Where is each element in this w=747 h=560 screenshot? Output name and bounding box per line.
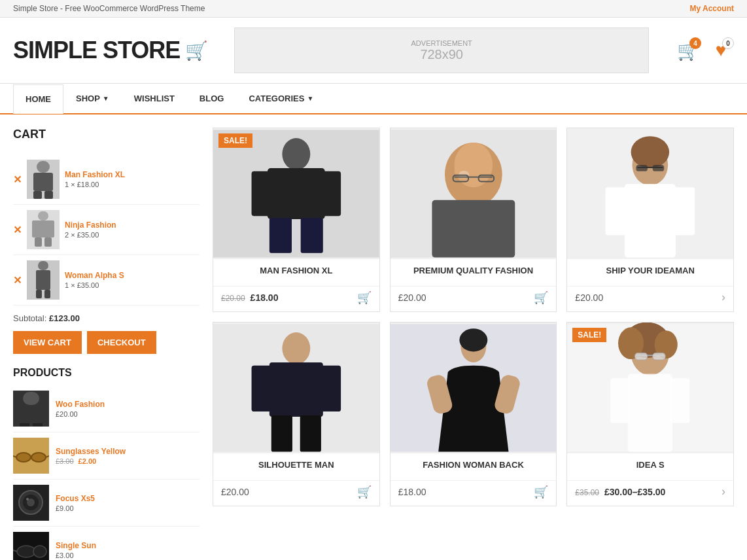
- svg-rect-30: [268, 168, 325, 219]
- ad-banner: ADVERTISEMENT 728x90: [234, 27, 649, 73]
- nav-item-home[interactable]: HOME: [13, 84, 63, 114]
- grid-item-man-fashion-xl[interactable]: SALE! MAN FASHION XL: [213, 128, 380, 312]
- svg-rect-6: [35, 237, 42, 247]
- idea-s-sale-badge: SALE!: [572, 328, 606, 342]
- svg-rect-1: [33, 173, 53, 191]
- single-sun-name[interactable]: Single Sun: [56, 541, 200, 550]
- focus-xs5-info: Focus Xs5 £9.00: [56, 494, 200, 512]
- remove-item-1-button[interactable]: ✕: [13, 173, 22, 186]
- svg-point-29: [282, 138, 310, 170]
- cart-item: ✕ Woman Alpha S 1 × £35.00: [13, 255, 200, 306]
- wishlist-badge: 0: [722, 37, 734, 49]
- focus-xs5-thumbnail: [13, 485, 49, 521]
- logo-text: SIMPLE STORE: [13, 37, 180, 64]
- grid-item-silhouette-man[interactable]: SILHOUETTE MAN £20.00 🛒: [213, 322, 380, 506]
- idea-s-more[interactable]: ›: [721, 485, 725, 499]
- man-fashion-xl-name: MAN FASHION XL: [221, 266, 372, 275]
- svg-point-46: [631, 136, 670, 168]
- fashion-woman-back-name: FASHION WOMAN BACK: [398, 460, 549, 470]
- ship-ideaman-name: SHIP YOUR IDEAMAN: [575, 266, 725, 275]
- remove-item-3-button[interactable]: ✕: [13, 274, 22, 287]
- cart-item-1-image: [27, 160, 60, 199]
- svg-rect-15: [33, 423, 43, 427]
- grid-item-fashion-woman-back[interactable]: FASHION WOMAN BACK £18.00 🛒: [390, 322, 557, 506]
- man-fashion-xl-add-to-cart[interactable]: 🛒: [357, 290, 372, 305]
- premium-quality-price: £20.00: [398, 292, 426, 303]
- svg-rect-58: [271, 415, 292, 452]
- svg-rect-9: [36, 270, 50, 290]
- svg-point-62: [459, 328, 487, 351]
- nav-item-wishlist[interactable]: WISHLIST: [122, 84, 187, 113]
- cart-icon-button[interactable]: 🛒 4: [675, 37, 701, 63]
- wishlist-icon-button[interactable]: ♥ 0: [708, 37, 734, 63]
- idea-s-info: IDEA S: [567, 453, 733, 480]
- idea-s-old-price: £35.00: [575, 488, 599, 497]
- svg-point-17: [31, 453, 46, 462]
- svg-point-24: [26, 498, 29, 500]
- cart-item-1-thumbnail: [27, 160, 60, 199]
- view-cart-button[interactable]: View Cart: [13, 331, 82, 354]
- cart-item: ✕ Ninja Fashion 2 × £35.00: [13, 205, 200, 255]
- silhouette-man-add-to-cart[interactable]: 🛒: [357, 485, 372, 499]
- grid-item-idea-s[interactable]: SALE!: [566, 322, 734, 506]
- my-account-link[interactable]: My Account: [689, 4, 734, 13]
- nav-item-categories[interactable]: CATEGORIES ▼: [236, 84, 326, 113]
- cart-item-3-qty: 1 × £35.00: [65, 281, 200, 289]
- grid-item-ship-ideaman[interactable]: SHIP YOUR IDEAMAN £20.00 ›: [566, 128, 734, 312]
- cart-item-3-name[interactable]: Woman Alpha S: [65, 271, 200, 280]
- silhouette-man-name: SILHOUETTE MAN: [221, 460, 372, 470]
- shop-dropdown-arrow: ▼: [103, 95, 109, 102]
- nav-item-shop[interactable]: SHOP ▼: [63, 84, 122, 113]
- premium-quality-add-to-cart[interactable]: 🛒: [534, 290, 548, 305]
- logo[interactable]: SIMPLE STORE 🛒: [13, 37, 208, 64]
- cart-buttons: View Cart Checkout: [13, 331, 200, 354]
- sidebar-product-item: Single Sun £3.00: [13, 527, 200, 560]
- products-title: PRODUCTS: [13, 367, 200, 379]
- cart-item-2-image: [27, 210, 60, 249]
- svg-rect-0: [37, 161, 50, 173]
- fashion-woman-back-image: [391, 323, 557, 453]
- cart-item-3-info: Woman Alpha S 1 × £35.00: [65, 271, 200, 289]
- idea-s-image: SALE!: [567, 323, 733, 453]
- cart-item-3-image: [27, 260, 60, 300]
- cart-item-3-thumbnail: [27, 260, 60, 300]
- svg-rect-3: [44, 191, 53, 199]
- nav-item-blog[interactable]: BLOG: [187, 84, 237, 113]
- svg-rect-10: [36, 290, 42, 298]
- cart-item-2-name[interactable]: Ninja Fashion: [65, 220, 200, 230]
- cart-item-1-name[interactable]: Man Fashion XL: [65, 170, 200, 179]
- fashion-woman-back-footer: £18.00 🛒: [391, 480, 557, 506]
- sale-badge: SALE!: [218, 133, 252, 148]
- sidebar-product-item: Woo Fashion £20.00: [13, 385, 200, 432]
- svg-rect-51: [636, 165, 648, 171]
- svg-rect-49: [672, 187, 695, 235]
- svg-rect-48: [606, 187, 628, 235]
- single-sun-thumbnail: [13, 532, 49, 560]
- ship-ideaman-more[interactable]: ›: [721, 290, 725, 304]
- svg-rect-41: [454, 177, 493, 178]
- premium-quality-image: [391, 128, 557, 259]
- ship-ideaman-footer: £20.00 ›: [567, 286, 733, 311]
- woo-fashion-name[interactable]: Woo Fashion: [56, 400, 200, 409]
- svg-rect-70: [628, 374, 672, 452]
- checkout-button[interactable]: Checkout: [87, 331, 156, 354]
- svg-rect-59: [300, 415, 321, 452]
- ship-ideaman-price: £20.00: [575, 292, 603, 303]
- top-bar: Simple Store - Free WooCommerce WordPres…: [0, 0, 747, 18]
- svg-line-27: [13, 550, 17, 551]
- grid-item-premium-quality[interactable]: PREMIUM QUALITY FASHION £20.00 🛒: [390, 128, 557, 312]
- cart-subtotal: Subtotal: £123.00: [13, 313, 200, 323]
- svg-rect-57: [321, 366, 341, 411]
- categories-dropdown-arrow: ▼: [307, 95, 313, 102]
- product-grid: SALE! MAN FASHION XL: [213, 128, 734, 560]
- sunglasses-yellow-name[interactable]: Sunglasses Yellow: [56, 447, 200, 456]
- focus-xs5-name[interactable]: Focus Xs5: [56, 494, 200, 503]
- idea-s-new-price: £30.00–£35.00: [604, 487, 665, 497]
- header: SIMPLE STORE 🛒 ADVERTISEMENT 728x90 🛒 4 …: [0, 18, 747, 84]
- premium-quality-info: PREMIUM QUALITY FASHION: [391, 259, 557, 286]
- sidebar-product-item: Sunglasses Yellow £3.00 £2.00: [13, 432, 200, 480]
- fashion-woman-back-add-to-cart[interactable]: 🛒: [534, 485, 548, 499]
- remove-item-2-button[interactable]: ✕: [13, 224, 22, 236]
- premium-quality-name: PREMIUM QUALITY FASHION: [398, 266, 549, 275]
- cart-title: CART: [13, 128, 200, 147]
